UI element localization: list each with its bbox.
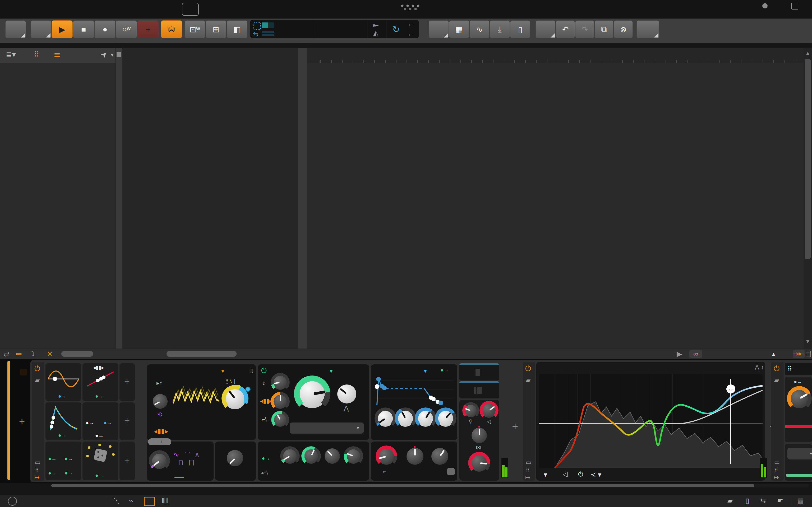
add-modulator-cell[interactable]: + bbox=[119, 402, 135, 440]
record-button[interactable]: ● bbox=[94, 20, 115, 38]
vel-route-icon[interactable]: ●→ bbox=[48, 456, 57, 462]
delete-button[interactable]: ⊗ bbox=[614, 20, 633, 38]
track-button[interactable] bbox=[637, 20, 659, 38]
eq-band-type[interactable]: ≺ ▾ bbox=[590, 470, 601, 479]
notefx-tab[interactable] bbox=[459, 363, 499, 381]
launcher-view-icon[interactable]: ⠿ bbox=[34, 50, 39, 59]
vscroll-thumb[interactable] bbox=[805, 59, 811, 259]
adsr-graph[interactable] bbox=[375, 376, 454, 407]
edit-button[interactable] bbox=[536, 20, 556, 38]
undo-button[interactable]: ↶ bbox=[556, 20, 575, 38]
filter-env-amount-knob[interactable] bbox=[273, 375, 288, 390]
remote-controls-icon[interactable]: ▭ bbox=[526, 459, 531, 466]
add-clip-button[interactable]: ▯ bbox=[510, 20, 530, 38]
env-route-icon[interactable]: ●→ bbox=[440, 367, 449, 373]
follow-playhead-icon[interactable]: ⤵ bbox=[31, 350, 35, 358]
bell-icon[interactable]: ⋀ bbox=[755, 364, 759, 371]
eq-graph[interactable]: ↔ bbox=[539, 374, 763, 468]
add-modulator-cell[interactable]: + bbox=[119, 363, 135, 401]
spread-knob[interactable] bbox=[471, 428, 487, 443]
curve-icon[interactable]: ⌐ bbox=[409, 20, 413, 28]
add-audio-track-button[interactable]: ∿ bbox=[469, 20, 490, 38]
stop-button[interactable]: ■ bbox=[73, 20, 94, 38]
clip-launcher-record-button[interactable]: ⛁ bbox=[161, 20, 182, 38]
eq-band-power-icon[interactable]: ⏻ bbox=[578, 470, 583, 478]
keyboard-track-icon[interactable]: ◂▮▮▸ bbox=[154, 427, 168, 436]
waveshape-sine-icon[interactable]: ∿ bbox=[173, 450, 179, 459]
metronome-icon[interactable]: ◭ bbox=[373, 29, 378, 37]
index-knob[interactable] bbox=[224, 388, 246, 409]
mod-route-icon[interactable]: ●→ bbox=[58, 393, 67, 399]
ab-route-icon[interactable]: ●→ bbox=[104, 420, 112, 426]
modulator-lfo-cell[interactable]: ●→ bbox=[45, 363, 82, 401]
add-effect-track-button[interactable]: ⤓ bbox=[490, 20, 510, 38]
sync-badge[interactable]: ↑ ↑ bbox=[148, 438, 171, 445]
device-preset-folder-icon[interactable]: ▰ bbox=[35, 377, 40, 384]
timebase-dropdown[interactable]: ▼ bbox=[788, 448, 812, 459]
fxgrid-mod-cell[interactable]: ●→ bbox=[785, 377, 812, 442]
modulator-envelope-cell[interactable]: ●→ bbox=[45, 402, 82, 440]
project-tab[interactable] bbox=[55, 3, 68, 15]
audio-engine-segment[interactable]: ⇆ bbox=[250, 20, 277, 38]
env-caret-icon[interactable]: ▼ bbox=[423, 369, 428, 374]
pitch-knob[interactable] bbox=[407, 448, 423, 465]
inspector-panel-icon[interactable]: ▯ bbox=[745, 497, 749, 505]
mod-route-icon[interactable]: ●→ bbox=[95, 472, 104, 478]
device-preset-folder-icon[interactable]: ▰ bbox=[526, 377, 530, 384]
vertical-scrollbar[interactable]: ▲ ▼ bbox=[804, 48, 812, 349]
eq-band-count[interactable]: ▾ bbox=[544, 470, 547, 479]
device-preset-folder-icon[interactable]: ▰ bbox=[774, 377, 779, 384]
filter-power-icon[interactable]: ⏻ bbox=[261, 367, 267, 375]
play-route-icon[interactable]: ●→ bbox=[95, 433, 104, 439]
zoom-vertical-icon[interactable]: ↕ bbox=[761, 364, 764, 371]
fx-tab[interactable] bbox=[459, 381, 499, 398]
device-hscroll-thumb[interactable] bbox=[51, 484, 754, 487]
eq-band-width-handle[interactable]: ↔ bbox=[726, 385, 735, 393]
arranger-hscroll-thumb[interactable] bbox=[166, 351, 237, 357]
level-knob[interactable] bbox=[481, 403, 496, 418]
mapping-grid-icon[interactable]: ⠿ bbox=[35, 467, 39, 473]
amp-r-knob[interactable] bbox=[437, 410, 454, 427]
browser-panel-icon[interactable]: ▰ bbox=[727, 497, 733, 505]
scroll-up-icon[interactable]: ▲ bbox=[805, 50, 810, 56]
rel-route-icon[interactable]: ●→ bbox=[48, 470, 57, 476]
add-instrument-track-button[interactable]: ▦ bbox=[449, 20, 469, 38]
feg-s-knob[interactable] bbox=[324, 448, 340, 464]
mod-route-icon[interactable]: ●→ bbox=[95, 393, 104, 399]
link-grid-icon[interactable]: ∞ bbox=[689, 350, 702, 358]
track-height-icon[interactable]: ≔ bbox=[15, 350, 22, 358]
filter-env2-knob[interactable] bbox=[273, 413, 287, 427]
fxgrid-device-strip[interactable]: ⏻ ▰ ▭ ⠿ ↦ bbox=[771, 362, 784, 481]
project-tab[interactable] bbox=[5, 3, 17, 15]
remote-controls-icon[interactable]: ▭ bbox=[35, 459, 41, 466]
out-knob[interactable] bbox=[470, 454, 488, 471]
file-button[interactable] bbox=[5, 20, 26, 38]
polymer-device-strip[interactable]: ⏻ ▰ ▭ ⠿ ↦ bbox=[32, 362, 44, 481]
vel-sens-knob[interactable] bbox=[464, 404, 477, 417]
mixer-panel-toggle-icon[interactable]: ⦀⦀ bbox=[162, 497, 169, 505]
auto-grid-icon[interactable]: ⇶ bbox=[806, 350, 811, 358]
device-power-icon[interactable]: ⏻ bbox=[774, 364, 779, 373]
scroll-down-icon[interactable]: ▼ bbox=[805, 339, 810, 345]
launcher-hscroll-thumb[interactable] bbox=[61, 351, 93, 357]
mapping-grid-icon[interactable]: ⠿ bbox=[526, 467, 530, 473]
play-menu-button[interactable] bbox=[31, 20, 51, 38]
hp-filter-knob[interactable] bbox=[378, 448, 395, 465]
pointer-tool-icon[interactable]: ➤ bbox=[99, 49, 109, 60]
feg-a-knob[interactable] bbox=[282, 448, 298, 464]
add-device-icon[interactable]: + bbox=[512, 420, 518, 432]
grid-value[interactable]: ▴ bbox=[772, 350, 775, 358]
modulator-random-cell[interactable]: ●→ bbox=[83, 442, 118, 480]
io-view-icon[interactable]: ⌁ bbox=[129, 497, 133, 505]
curve2-icon[interactable]: ⌐ bbox=[409, 31, 413, 38]
filter-mode-dropdown[interactable]: ▼ bbox=[290, 422, 364, 434]
io-swap-icon[interactable]: ⇆ bbox=[760, 497, 766, 505]
fxgrid-timebase-cell[interactable]: ▼ bbox=[785, 444, 812, 481]
add-button[interactable] bbox=[429, 20, 449, 38]
feg-r-knob[interactable] bbox=[346, 448, 361, 464]
osc-type-caret-icon[interactable]: ▼ bbox=[220, 369, 225, 374]
amp-s-knob[interactable] bbox=[417, 410, 434, 427]
fxgrid-remote-header[interactable]: ⠿ bbox=[785, 363, 812, 375]
position-segment[interactable] bbox=[313, 20, 367, 38]
mod-route-icon[interactable]: ●→ bbox=[58, 432, 67, 438]
